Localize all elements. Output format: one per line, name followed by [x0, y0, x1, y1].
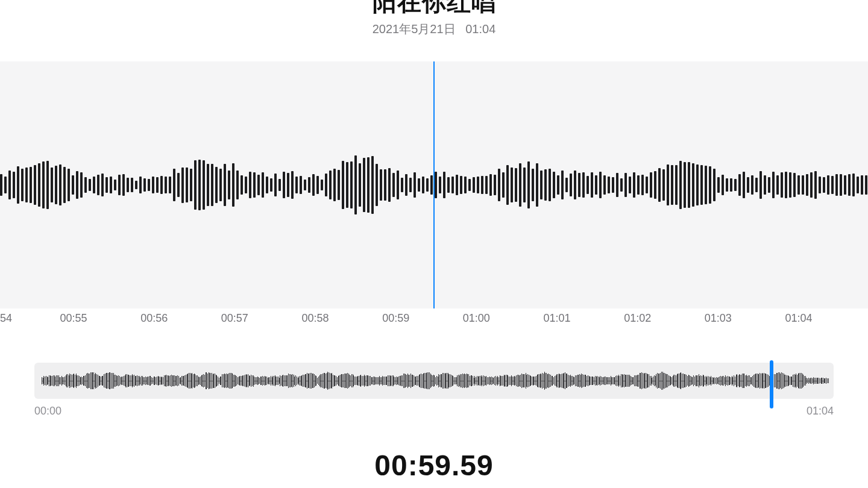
overview-labels: 00:00 01:04: [34, 405, 834, 418]
memo-title[interactable]: 阳在你红唱: [373, 0, 496, 19]
header: 阳在你红唱 2021年5月21日 01:04: [0, 0, 868, 37]
waveform-overview[interactable]: [34, 363, 834, 399]
ruler-tick: 01:00: [463, 312, 490, 325]
ruler-tick: 01:01: [543, 312, 570, 325]
ruler-tick: 01:02: [624, 312, 651, 325]
ruler-tick: 00:55: [60, 312, 87, 325]
memo-duration: 01:04: [465, 22, 495, 36]
ruler-tick: 54: [0, 312, 12, 325]
memo-subtitle: 2021年5月21日 01:04: [373, 21, 496, 37]
ruler-tick: 01:03: [705, 312, 732, 325]
ruler-tick: 01:04: [785, 312, 812, 325]
overview-end-label: 01:04: [807, 405, 834, 418]
ruler-tick: 00:59: [382, 312, 409, 325]
ruler-tick: 00:56: [140, 312, 168, 325]
current-time-label: 00:59.59: [0, 449, 868, 482]
time-ruler: 5400:5500:5600:5700:5800:5901:0001:0101:…: [0, 308, 868, 325]
overview-cursor[interactable]: [770, 360, 773, 408]
ruler-tick: 00:57: [221, 312, 248, 325]
playhead-line: [433, 61, 435, 308]
voice-memo-editor: 阳在你红唱 2021年5月21日 01:04 5400:5500:5600:57…: [0, 0, 868, 488]
overview-start-label: 00:00: [34, 405, 61, 418]
ruler-tick: 00:58: [301, 312, 329, 325]
overview-bars: [42, 370, 826, 392]
memo-date: 2021年5月21日: [373, 22, 456, 36]
waveform-main[interactable]: [0, 61, 868, 308]
